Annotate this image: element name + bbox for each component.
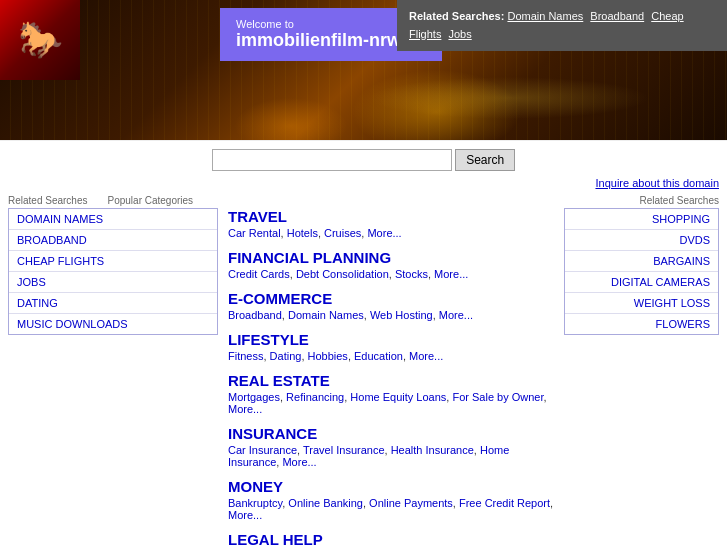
right-item-dvds[interactable]: DVDS (565, 230, 718, 251)
related-searches-label: Related Searches (8, 195, 88, 206)
link-credit-cards[interactable]: Credit Cards (228, 268, 290, 280)
link-car-rental[interactable]: Car Rental (228, 227, 281, 239)
link-travel-insurance[interactable]: Travel Insurance (303, 444, 385, 456)
link-ecommerce-more[interactable]: More... (439, 309, 473, 321)
left-item-broadband[interactable]: BROADBAND (9, 230, 217, 251)
right-column: Related Searches SHOPPING DVDS BARGAINS … (564, 191, 719, 545)
link-broadband[interactable]: Broadband (228, 309, 282, 321)
right-item-bargains[interactable]: BARGAINS (565, 251, 718, 272)
category-financial-title[interactable]: FINANCIAL PLANNING (228, 249, 554, 266)
link-hotels[interactable]: Hotels (287, 227, 318, 239)
category-financial-links: Credit Cards, Debt Consolidation, Stocks… (228, 268, 554, 280)
right-section-label: Related Searches (564, 191, 719, 208)
category-ecommerce-links: Broadband, Domain Names, Web Hosting, Mo… (228, 309, 554, 321)
category-ecommerce-title[interactable]: E-COMMERCE (228, 290, 554, 307)
right-item-flowers[interactable]: FLOWERS (565, 314, 718, 334)
category-lifestyle-links: Fitness, Dating, Hobbies, Education, Mor… (228, 350, 554, 362)
link-money-more[interactable]: More... (228, 509, 262, 521)
category-ecommerce: E-COMMERCE Broadband, Domain Names, Web … (228, 290, 554, 321)
link-education[interactable]: Education (354, 350, 403, 362)
center-section-label (228, 191, 554, 208)
link-real-estate-more[interactable]: More... (228, 403, 262, 415)
category-insurance-links: Car Insurance, Travel Insurance, Health … (228, 444, 554, 468)
category-insurance: INSURANCE Car Insurance, Travel Insuranc… (228, 425, 554, 468)
category-travel-title[interactable]: TRAVEL (228, 208, 554, 225)
link-credit-report[interactable]: Free Credit Report (459, 497, 550, 509)
right-item-digital-cameras[interactable]: DIGITAL CAMERAS (565, 272, 718, 293)
header-banner: Welcome to immobilienfilm-nrw.de Related… (0, 0, 727, 140)
left-item-music-downloads[interactable]: MUSIC DOWNLOADS (9, 314, 217, 334)
search-area: Search (0, 140, 727, 175)
main-content: Related Searches Popular Categories DOMA… (0, 191, 727, 545)
link-debt-consolidation[interactable]: Debt Consolidation (296, 268, 389, 280)
link-mortgages[interactable]: Mortgages (228, 391, 280, 403)
link-lifestyle-more[interactable]: More... (409, 350, 443, 362)
category-travel: TRAVEL Car Rental, Hotels, Cruises, More… (228, 208, 554, 239)
left-related-list: DOMAIN NAMES BROADBAND CHEAP FLIGHTS JOB… (8, 208, 218, 335)
center-column: TRAVEL Car Rental, Hotels, Cruises, More… (218, 191, 564, 545)
top-related-link-jobs[interactable]: Jobs (448, 28, 471, 40)
link-cruises[interactable]: Cruises (324, 227, 361, 239)
right-item-weight-loss[interactable]: WEIGHT LOSS (565, 293, 718, 314)
section-labels: Related Searches Popular Categories (8, 191, 218, 208)
category-legal-help: LEGAL HELP (228, 531, 554, 545)
category-lifestyle: LIFESTYLE Fitness, Dating, Hobbies, Educ… (228, 331, 554, 362)
category-real-estate-links: Mortgages, Refinancing, Home Equity Loan… (228, 391, 554, 415)
link-web-hosting[interactable]: Web Hosting (370, 309, 433, 321)
left-column: Related Searches Popular Categories DOMA… (8, 191, 218, 545)
category-travel-links: Car Rental, Hotels, Cruises, More... (228, 227, 554, 239)
link-insurance-more[interactable]: More... (282, 456, 316, 468)
top-related-label: Related Searches: (409, 10, 504, 22)
link-car-insurance[interactable]: Car Insurance (228, 444, 297, 456)
link-financial-more[interactable]: More... (434, 268, 468, 280)
top-related-link-broadband[interactable]: Broadband (590, 10, 644, 22)
left-item-domain-names[interactable]: DOMAIN NAMES (9, 209, 217, 230)
category-money-title[interactable]: MONEY (228, 478, 554, 495)
link-bankruptcy[interactable]: Bankruptcy (228, 497, 282, 509)
inquire-link[interactable]: Inquire about this domain (595, 177, 719, 189)
link-online-banking[interactable]: Online Banking (288, 497, 363, 509)
search-input[interactable] (212, 149, 452, 171)
link-domain-names[interactable]: Domain Names (288, 309, 364, 321)
link-travel-more[interactable]: More... (367, 227, 401, 239)
left-item-jobs[interactable]: JOBS (9, 272, 217, 293)
link-stocks[interactable]: Stocks (395, 268, 428, 280)
link-refinancing[interactable]: Refinancing (286, 391, 344, 403)
category-financial-planning: FINANCIAL PLANNING Credit Cards, Debt Co… (228, 249, 554, 280)
link-hobbies[interactable]: Hobbies (308, 350, 348, 362)
category-insurance-title[interactable]: INSURANCE (228, 425, 554, 442)
category-money: MONEY Bankruptcy, Online Banking, Online… (228, 478, 554, 521)
link-home-equity[interactable]: Home Equity Loans (350, 391, 446, 403)
right-item-shopping[interactable]: SHOPPING (565, 209, 718, 230)
left-item-cheap-flights[interactable]: CHEAP FLIGHTS (9, 251, 217, 272)
top-related-link-domain-names[interactable]: Domain Names (507, 10, 583, 22)
right-related-list: SHOPPING DVDS BARGAINS DIGITAL CAMERAS W… (564, 208, 719, 335)
category-lifestyle-title[interactable]: LIFESTYLE (228, 331, 554, 348)
top-related-box: Related Searches: Domain Names Broadband… (397, 0, 727, 51)
category-real-estate-title[interactable]: REAL ESTATE (228, 372, 554, 389)
left-item-dating[interactable]: DATING (9, 293, 217, 314)
link-fitness[interactable]: Fitness (228, 350, 263, 362)
category-legal-help-title[interactable]: LEGAL HELP (228, 531, 554, 545)
link-online-payments[interactable]: Online Payments (369, 497, 453, 509)
inquire-link-area: Inquire about this domain (0, 175, 727, 191)
avatar-logo (0, 0, 80, 80)
popular-categories-label: Popular Categories (108, 195, 194, 206)
link-for-sale[interactable]: For Sale by Owner (452, 391, 543, 403)
search-button[interactable]: Search (455, 149, 515, 171)
category-real-estate: REAL ESTATE Mortgages, Refinancing, Home… (228, 372, 554, 415)
category-money-links: Bankruptcy, Online Banking, Online Payme… (228, 497, 554, 521)
link-dating[interactable]: Dating (270, 350, 302, 362)
link-health-insurance[interactable]: Health Insurance (391, 444, 474, 456)
